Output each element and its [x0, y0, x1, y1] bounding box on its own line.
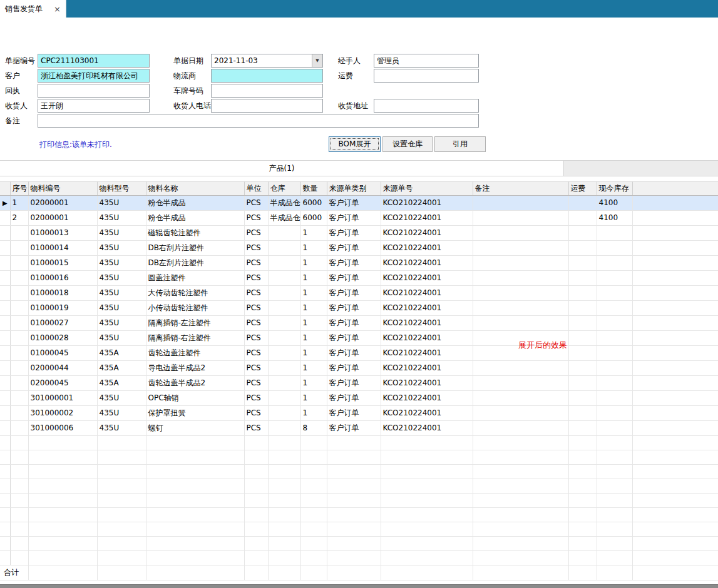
- table-cell[interactable]: [597, 421, 632, 436]
- table-cell[interactable]: [568, 391, 597, 406]
- table-cell[interactable]: [268, 391, 300, 406]
- table-cell[interactable]: [10, 376, 28, 391]
- table-cell[interactable]: [568, 361, 597, 376]
- table-cell[interactable]: 客户订单: [327, 376, 381, 391]
- table-cell[interactable]: [597, 256, 632, 271]
- table-cell[interactable]: [473, 361, 568, 376]
- table-cell[interactable]: KCO210224001: [381, 286, 473, 301]
- table-cell[interactable]: [10, 256, 28, 271]
- table-cell[interactable]: 1: [300, 376, 327, 391]
- table-cell[interactable]: PCS: [244, 256, 268, 271]
- set-warehouse-button[interactable]: 设置仓库: [382, 136, 433, 152]
- table-row[interactable]: 01000016435U圆盖注塑件PCS1客户订单KCO210224001: [0, 271, 718, 286]
- table-cell[interactable]: [268, 421, 300, 436]
- table-cell[interactable]: 01000027: [28, 316, 97, 331]
- table-cell[interactable]: [10, 316, 28, 331]
- table-cell[interactable]: PCS: [244, 271, 268, 286]
- column-header[interactable]: 来源单号: [381, 182, 473, 196]
- table-cell[interactable]: 1: [300, 316, 327, 331]
- table-cell[interactable]: [597, 301, 632, 316]
- table-cell[interactable]: 客户订单: [327, 406, 381, 421]
- remarks-input[interactable]: [38, 114, 479, 128]
- table-row[interactable]: 01000019435U小传动齿轮注塑件PCS1客户订单KCO210224001: [0, 301, 718, 316]
- table-cell[interactable]: [10, 421, 28, 436]
- table-cell[interactable]: PCS: [244, 316, 268, 331]
- table-cell[interactable]: 2: [10, 211, 28, 226]
- table-row[interactable]: 301000001435UOPC轴销PCS1客户订单KCO210224001: [0, 391, 718, 406]
- table-cell[interactable]: [268, 241, 300, 256]
- table-cell[interactable]: [10, 286, 28, 301]
- table-cell[interactable]: KCO210224001: [381, 421, 473, 436]
- table-cell[interactable]: KCO210224001: [381, 271, 473, 286]
- table-cell[interactable]: 磁辊齿轮注塑件: [146, 226, 244, 241]
- table-cell[interactable]: PCS: [244, 226, 268, 241]
- table-cell[interactable]: [568, 406, 597, 421]
- chevron-down-icon[interactable]: ▼: [312, 54, 322, 67]
- table-cell[interactable]: [10, 241, 28, 256]
- table-cell[interactable]: KCO210224001: [381, 361, 473, 376]
- table-cell[interactable]: KCO210224001: [381, 301, 473, 316]
- table-cell[interactable]: [473, 196, 568, 211]
- table-cell[interactable]: [473, 226, 568, 241]
- table-cell[interactable]: 435U: [97, 331, 146, 346]
- table-cell[interactable]: 粉仓半成品: [146, 196, 244, 211]
- table-cell[interactable]: [597, 241, 632, 256]
- table-cell[interactable]: 435U: [97, 271, 146, 286]
- table-cell[interactable]: PCS: [244, 346, 268, 361]
- table-cell[interactable]: 客户订单: [327, 361, 381, 376]
- column-header[interactable]: 备注: [473, 182, 568, 196]
- table-cell[interactable]: 客户订单: [327, 331, 381, 346]
- table-cell[interactable]: 435A: [97, 346, 146, 361]
- table-cell[interactable]: PCS: [244, 421, 268, 436]
- table-cell[interactable]: 客户订单: [327, 421, 381, 436]
- table-row[interactable]: 301000006435U螺钉PCS8客户订单KCO210224001: [0, 421, 718, 436]
- table-cell[interactable]: KCO210224001: [381, 406, 473, 421]
- table-cell[interactable]: [473, 376, 568, 391]
- table-cell[interactable]: 02000044: [28, 361, 97, 376]
- table-cell[interactable]: 435U: [97, 391, 146, 406]
- table-cell[interactable]: 半成品仓: [268, 196, 300, 211]
- table-cell[interactable]: 435U: [97, 316, 146, 331]
- table-cell[interactable]: [268, 376, 300, 391]
- consignee-phone-input[interactable]: [211, 99, 323, 113]
- table-cell[interactable]: 01000019: [28, 301, 97, 316]
- table-cell[interactable]: 301000001: [28, 391, 97, 406]
- doc-date-combobox[interactable]: 2021-11-03 ▼: [211, 54, 323, 68]
- doc-no-input[interactable]: [38, 54, 150, 68]
- table-cell[interactable]: 客户订单: [327, 301, 381, 316]
- customer-input[interactable]: [38, 69, 150, 83]
- table-cell[interactable]: [568, 256, 597, 271]
- column-header[interactable]: 物料名称: [146, 182, 244, 196]
- handler-input[interactable]: [374, 54, 479, 68]
- consignee-input[interactable]: [38, 99, 150, 113]
- table-cell[interactable]: [268, 346, 300, 361]
- table-cell[interactable]: [568, 196, 597, 211]
- table-cell[interactable]: 齿轮边盖注塑件: [146, 346, 244, 361]
- table-row[interactable]: 01000027435U隔离插销-左注塑件PCS1客户订单KCO21022400…: [0, 316, 718, 331]
- table-cell[interactable]: 01000016: [28, 271, 97, 286]
- logistics-input[interactable]: [211, 69, 323, 83]
- table-cell[interactable]: [568, 376, 597, 391]
- table-cell[interactable]: [268, 271, 300, 286]
- table-cell[interactable]: 301000002: [28, 406, 97, 421]
- table-cell[interactable]: [473, 286, 568, 301]
- column-header[interactable]: 运费: [568, 182, 597, 196]
- table-cell[interactable]: 01000015: [28, 256, 97, 271]
- quote-button[interactable]: 引用: [434, 136, 486, 152]
- table-cell[interactable]: KCO210224001: [381, 226, 473, 241]
- column-header[interactable]: 来源单类别: [327, 182, 381, 196]
- table-cell[interactable]: 大传动齿轮注塑件: [146, 286, 244, 301]
- table-row[interactable]: 02000044435A导电边盖半成品2PCS1客户订单KCO210224001: [0, 361, 718, 376]
- table-cell[interactable]: 保护罩扭簧: [146, 406, 244, 421]
- table-row[interactable]: ▶102000001435U粉仓半成品PCS半成品仓6000客户订单KCO210…: [0, 196, 718, 211]
- table-cell[interactable]: KCO210224001: [381, 241, 473, 256]
- bom-expand-button[interactable]: BOM展开: [329, 136, 381, 152]
- table-cell[interactable]: [597, 226, 632, 241]
- table-cell[interactable]: 435A: [97, 361, 146, 376]
- table-cell[interactable]: [473, 241, 568, 256]
- table-cell[interactable]: 435U: [97, 241, 146, 256]
- table-row[interactable]: 01000018435U大传动齿轮注塑件PCS1客户订单KCO210224001: [0, 286, 718, 301]
- table-cell[interactable]: 6000: [300, 196, 327, 211]
- table-cell[interactable]: 客户订单: [327, 391, 381, 406]
- table-cell[interactable]: 客户订单: [327, 271, 381, 286]
